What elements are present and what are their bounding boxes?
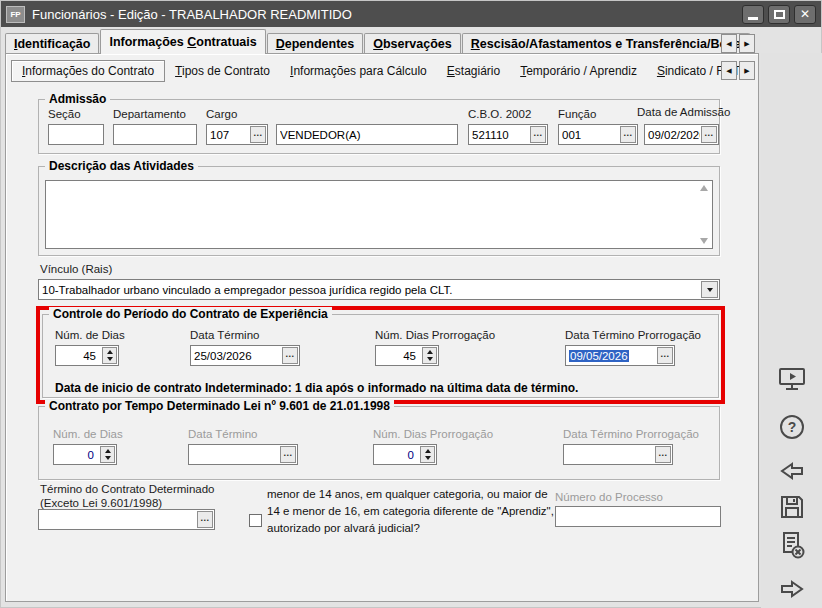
monitor-play-icon <box>776 363 808 395</box>
exp-data-termino-calendar-button[interactable]: ... <box>282 347 298 364</box>
cargo-name-input[interactable] <box>276 124 458 145</box>
descricao-atividades-textarea[interactable] <box>45 180 713 249</box>
secao-input[interactable] <box>48 124 104 145</box>
spin-down-icon[interactable] <box>101 455 114 463</box>
previous-record-button[interactable] <box>774 453 810 489</box>
close-button[interactable]: ✕ <box>794 5 816 24</box>
titlebar: FP Funcionários - Edição - TRABALHADOR R… <box>1 1 821 27</box>
tab-observacoes[interactable]: Observações <box>364 33 461 54</box>
exp-data-termino-prorrog-field[interactable]: 09/05/2026 ... <box>565 345 675 366</box>
exp-data-termino-label: Data Término <box>190 329 259 341</box>
data-admissao-calendar-button[interactable]: ... <box>701 126 717 143</box>
admissao-group: Admissão Seção Departamento Cargo 107 ..… <box>38 99 720 154</box>
minimize-button[interactable] <box>742 5 764 24</box>
next-record-button[interactable] <box>774 571 810 607</box>
forward-arrow-icon <box>776 573 808 605</box>
tab-identificacao[interactable]: Identificação <box>5 33 99 54</box>
spin-down-icon[interactable] <box>423 356 436 364</box>
spin-down-icon[interactable] <box>421 455 434 463</box>
discard-button[interactable] <box>774 527 810 563</box>
numero-processo-label: Número do Processo <box>555 491 663 503</box>
lei-data-termino-prorrog-field[interactable]: ... <box>563 444 673 465</box>
tab-informacoes-contratuais[interactable]: Informações Contratuais <box>100 29 265 54</box>
primary-tab-scroller: ◀ ▶ <box>719 34 755 53</box>
spin-down-icon[interactable] <box>103 356 116 364</box>
admissao-group-title: Admissão <box>45 92 110 106</box>
exp-data-termino-field[interactable]: 25/03/2026 ... <box>190 345 300 366</box>
tab-label: Dependentes <box>276 37 355 51</box>
chevron-down-icon <box>707 288 713 292</box>
departamento-input[interactable] <box>113 124 197 145</box>
save-button[interactable] <box>774 489 810 525</box>
tab-estagiario[interactable]: Estagiário <box>437 61 510 81</box>
contract-start-note: Data de inicio de contrato Indeterminado… <box>55 381 578 395</box>
tab-temporario-aprendiz[interactable]: Temporário / Aprendiz <box>510 61 647 81</box>
exp-num-dias-label: Núm. de Dias <box>55 329 125 341</box>
highlight-annotation-box: Controle do Período do Contrato de Exper… <box>36 306 725 404</box>
lei-num-dias-spinner[interactable]: 0 <box>53 444 117 465</box>
cargo-lookup-button[interactable]: ... <box>250 126 266 143</box>
spin-up-icon[interactable] <box>103 348 116 356</box>
svg-text:?: ? <box>788 419 797 435</box>
tab-label: Rescisão/Afastamentos e Transferência/Be… <box>471 37 741 51</box>
exp-num-dias-prorrog-label: Núm. Dias Prorrogação <box>375 329 495 341</box>
termino-determinado-label-line2: (Exceto Lei 9.601/1998) <box>40 497 162 509</box>
termino-determinado-field[interactable]: ... <box>38 509 215 530</box>
numero-processo-input[interactable] <box>555 506 721 527</box>
termino-determinado-calendar-button[interactable]: ... <box>197 511 213 528</box>
app-window: FP Funcionários - Edição - TRABALHADOR R… <box>0 0 822 608</box>
discard-document-icon <box>776 529 808 561</box>
funcao-field[interactable]: 001 ... <box>558 124 638 145</box>
lei9601-group-title: Contrato por Tempo Determinado Lei nº 9.… <box>45 399 394 413</box>
cargo-code-field[interactable]: 107 ... <box>206 124 268 145</box>
save-icon <box>776 491 808 523</box>
lei-data-termino-label: Data Término <box>188 428 257 440</box>
lei-data-termino-prorrog-calendar-button[interactable]: ... <box>655 446 671 463</box>
lei-data-termino-field[interactable]: ... <box>188 444 298 465</box>
spin-up-icon[interactable] <box>101 447 114 455</box>
tab-informacoes-para-calculo[interactable]: Informações para Cálculo <box>280 61 437 81</box>
minimize-icon <box>748 17 758 20</box>
cbo-lookup-button[interactable]: ... <box>530 126 546 143</box>
scroll-right-icon[interactable]: ▶ <box>739 61 755 80</box>
scroll-left-icon[interactable]: ◀ <box>721 34 737 53</box>
scroll-down-icon[interactable] <box>700 238 708 244</box>
cbo-field[interactable]: 521110 ... <box>468 124 548 145</box>
scroll-left-icon[interactable]: ◀ <box>721 61 737 80</box>
selected-text: 09/05/2026 <box>569 350 629 362</box>
experiencia-group-title: Controle do Período do Contrato de Exper… <box>49 307 332 321</box>
tab-dependentes[interactable]: Dependentes <box>267 33 364 54</box>
exp-num-dias-prorrog-spinner[interactable]: 45 <box>375 345 439 366</box>
vinculo-rais-label: Vínculo (Rais) <box>40 263 112 275</box>
tab-informacoes-do-contrato[interactable]: Informações do Contrato <box>11 60 165 82</box>
window-controls: ✕ <box>742 5 816 24</box>
primary-tab-bar: Identificação Informações Contratuais De… <box>5 29 757 54</box>
lei-data-termino-prorrog-label: Data Término Prorrogação <box>563 428 699 440</box>
help-button[interactable]: ? <box>774 409 810 445</box>
secondary-tab-scroller: ◀ ▶ <box>719 61 755 80</box>
exp-num-dias-spinner[interactable]: 45 <box>55 345 119 366</box>
scroll-right-icon[interactable]: ▶ <box>739 34 755 53</box>
scroll-up-icon[interactable] <box>700 185 708 191</box>
spin-up-icon[interactable] <box>423 348 436 356</box>
funcao-lookup-button[interactable]: ... <box>620 126 636 143</box>
lei-num-dias-prorrog-spinner[interactable]: 0 <box>373 444 437 465</box>
exp-data-termino-prorrog-calendar-button[interactable]: ... <box>657 347 673 364</box>
app-icon: FP <box>6 6 25 23</box>
tab-tipos-de-contrato[interactable]: Tipos de Contrato <box>165 61 280 81</box>
spin-up-icon[interactable] <box>421 447 434 455</box>
back-arrow-icon <box>776 455 808 487</box>
secondary-tab-bar: Informações do Contrato Tipos de Contrat… <box>11 59 722 83</box>
menor-checkbox[interactable] <box>249 514 262 527</box>
close-icon: ✕ <box>800 8 810 20</box>
data-admissao-field[interactable]: 09/02/2026 ... <box>644 124 719 145</box>
vinculo-rais-select[interactable]: 10-Trabalhador urbano vinculado a empreg… <box>38 279 720 300</box>
lei9601-group: Contrato por Tempo Determinado Lei nº 9.… <box>38 406 720 480</box>
help-icon: ? <box>776 411 808 443</box>
preview-button[interactable] <box>774 361 810 397</box>
dropdown-button[interactable] <box>701 281 718 298</box>
lei-data-termino-calendar-button[interactable]: ... <box>280 446 296 463</box>
departamento-label: Departamento <box>113 108 186 120</box>
tab-rescisao[interactable]: Rescisão/Afastamentos e Transferência/Be… <box>462 33 750 54</box>
maximize-button[interactable] <box>768 5 790 24</box>
